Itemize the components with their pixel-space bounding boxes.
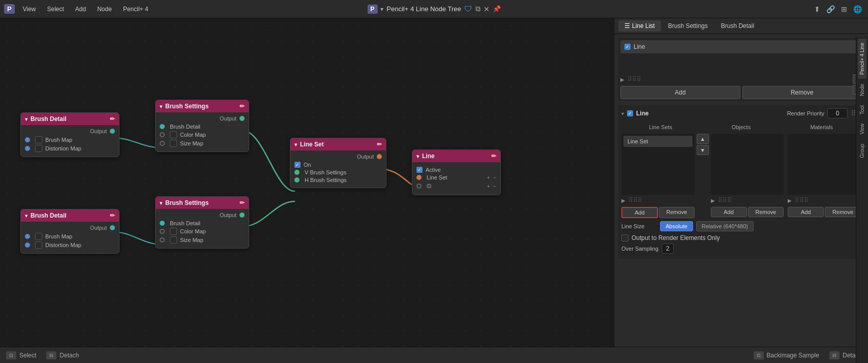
side-tab-view[interactable]: View xyxy=(858,119,866,139)
distortion-check-1[interactable] xyxy=(35,145,42,152)
brush-detail-node-2[interactable]: ▾ Brush Detail ✏ Output Brush Map Distor xyxy=(20,209,119,254)
brush-settings-node-1[interactable]: ▾ Brush Settings ✏ Output Brush Detail C… xyxy=(155,100,249,152)
expand-row: ▶ ⠿⠿⠿ xyxy=(620,75,862,84)
bd2-dist-label: Distortion Map xyxy=(45,242,81,248)
bs1-output-socket[interactable] xyxy=(240,116,245,121)
ln-active-check[interactable]: ✓ xyxy=(416,167,423,173)
brush-detail-node-1[interactable]: ▾ Brush Detail ✏ Output Brush Map Distor xyxy=(20,112,119,157)
line-section-arrow[interactable]: ▾ xyxy=(621,111,624,116)
edit-icon-1[interactable]: ✏ xyxy=(110,115,115,123)
grid-icon[interactable]: ⊞ xyxy=(839,4,849,14)
tab-brush-detail[interactable]: Brush Detail xyxy=(715,20,760,32)
edit-icon-ln[interactable]: ✏ xyxy=(491,153,496,160)
ls-output-socket[interactable] xyxy=(377,154,382,159)
menu-select[interactable]: Select xyxy=(44,5,67,14)
edit-icon-bd2[interactable]: ✏ xyxy=(110,212,115,219)
bs2-size-check[interactable] xyxy=(170,236,177,244)
over-sampling-value[interactable]: 2 xyxy=(662,244,674,254)
line-sets-list: Line Set xyxy=(621,134,695,195)
ln-minus2-icon[interactable]: − xyxy=(493,183,496,189)
line-set-node[interactable]: ▾ Line Set ✏ Output ✓ On V Brush Setting… xyxy=(290,138,386,188)
bs2-size-socket[interactable] xyxy=(160,237,165,243)
side-tab-tool[interactable]: Tool xyxy=(858,101,866,118)
line-add-btn[interactable]: Add xyxy=(620,86,740,99)
bd2-output-socket[interactable] xyxy=(110,225,115,230)
line-node[interactable]: ▾ Line ✏ ✓ Active Line Set + − ⧉ xyxy=(412,149,501,195)
side-tab-group[interactable]: Group xyxy=(858,140,866,162)
bd2-brush-socket[interactable] xyxy=(25,234,30,239)
render-priority-input[interactable] xyxy=(827,108,848,118)
line-item-check[interactable]: ✓ xyxy=(624,44,631,50)
line-remove-btn[interactable]: Remove xyxy=(742,86,862,99)
line-section: ▾ ✓ Line Render Priority ⠿⠿ Line Sets Ob… xyxy=(618,105,864,259)
edit-icon-ls[interactable]: ✏ xyxy=(377,141,382,148)
brush-settings-header-1: ▾ Brush Settings ✏ xyxy=(156,100,249,112)
ls-remove-btn[interactable]: Remove xyxy=(659,207,695,218)
bd2-dist-socket[interactable] xyxy=(25,243,30,248)
close-icon[interactable]: ✕ xyxy=(484,5,490,13)
bs2-output-socket[interactable] xyxy=(240,213,245,218)
ls-v-socket[interactable] xyxy=(294,170,300,175)
sort-down-btn[interactable]: ▼ xyxy=(697,145,709,155)
side-tab-pencil4[interactable]: Pencil+ 4 Line xyxy=(858,39,866,79)
menu-pencil4[interactable]: Pencil+ 4 xyxy=(120,5,152,14)
ln-copy-icon[interactable]: ⧉ xyxy=(427,182,431,190)
tab-brush-settings[interactable]: Brush Settings xyxy=(662,20,714,32)
obj-expand-arrow[interactable]: ▶ xyxy=(711,198,715,203)
ln-minus-icon[interactable]: − xyxy=(493,174,496,180)
bs2-brush-socket[interactable] xyxy=(160,221,165,226)
brush-map-check-1[interactable] xyxy=(35,136,42,143)
list-expand-arrow[interactable]: ▶ xyxy=(620,77,624,82)
bd2-dist-check[interactable] xyxy=(35,241,42,249)
line-set-item[interactable]: Line Set xyxy=(623,136,693,147)
bd2-brush-check[interactable] xyxy=(35,233,42,240)
output-render-check[interactable] xyxy=(621,234,628,241)
chevron-icon-bs2: ▾ xyxy=(160,200,162,206)
ln-active-label: Active xyxy=(426,167,441,173)
app-icon[interactable]: P xyxy=(4,4,15,14)
link-icon[interactable]: 🔗 xyxy=(824,4,837,14)
bs1-color-map-socket[interactable] xyxy=(160,132,165,137)
line-size-absolute-btn[interactable]: Absolute xyxy=(660,221,693,231)
distortion-socket-1[interactable] xyxy=(25,146,30,151)
pin-icon[interactable]: 📌 xyxy=(493,5,501,13)
upload-icon[interactable]: ⬆ xyxy=(812,4,822,14)
line-size-row: Line Size Absolute Relative (640*480) xyxy=(621,221,861,231)
ls-on-check[interactable]: ✓ xyxy=(294,162,301,168)
sort-up-btn[interactable]: ▲ xyxy=(697,134,709,144)
mat-expand-arrow[interactable]: ▶ xyxy=(788,198,792,203)
ln-lineset-socket[interactable] xyxy=(416,175,422,180)
mat-add-btn[interactable]: Add xyxy=(788,207,824,217)
copy-icon[interactable]: ⧉ xyxy=(475,5,481,13)
bs1-size-socket[interactable] xyxy=(160,141,165,146)
menu-add[interactable]: Add xyxy=(72,5,89,14)
menu-node[interactable]: Node xyxy=(94,5,115,14)
ls-h-socket[interactable] xyxy=(294,177,300,183)
bs1-color-check[interactable] xyxy=(170,131,177,138)
line-set-body: Output ✓ On V Brush Settings H Brush Set… xyxy=(290,150,386,188)
line-size-relative-btn[interactable]: Relative (640*480) xyxy=(696,221,754,231)
obj-remove-btn[interactable]: Remove xyxy=(748,207,784,217)
edit-icon-bs2[interactable]: ✏ xyxy=(240,199,245,206)
bs1-size-check[interactable] xyxy=(170,140,177,147)
ln-plus2-icon[interactable]: + xyxy=(487,183,490,189)
bs2-color-check[interactable] xyxy=(170,228,177,235)
ls-expand-arrow[interactable]: ▶ xyxy=(621,198,625,203)
bs1-brush-detail-socket[interactable] xyxy=(160,124,165,129)
tab-line-list[interactable]: ☰ Line List xyxy=(618,20,661,32)
ln-plus-icon[interactable]: + xyxy=(487,174,490,180)
bs2-color-socket[interactable] xyxy=(160,229,165,234)
menu-view[interactable]: View xyxy=(20,5,39,14)
node-editor[interactable]: ▾ Brush Detail ✏ Output Brush Map Distor xyxy=(0,18,614,347)
line-section-check[interactable]: ✓ xyxy=(627,110,633,116)
edit-icon-bs1[interactable]: ✏ xyxy=(240,103,245,110)
ls-add-btn[interactable]: Add xyxy=(621,207,658,218)
globe-icon[interactable]: 🌐 xyxy=(851,4,864,14)
obj-add-btn[interactable]: Add xyxy=(711,207,747,217)
brush-map-socket-1[interactable] xyxy=(25,137,30,142)
objects-col-header: Objects xyxy=(702,123,780,132)
side-tab-node[interactable]: Node xyxy=(858,80,866,100)
output-socket-1[interactable] xyxy=(110,129,115,134)
brush-settings-node-2[interactable]: ▾ Brush Settings ✏ Output Brush Detail C… xyxy=(155,196,249,249)
materials-col: ▶ ⠿⠿⠿ Add Remove xyxy=(788,134,861,217)
